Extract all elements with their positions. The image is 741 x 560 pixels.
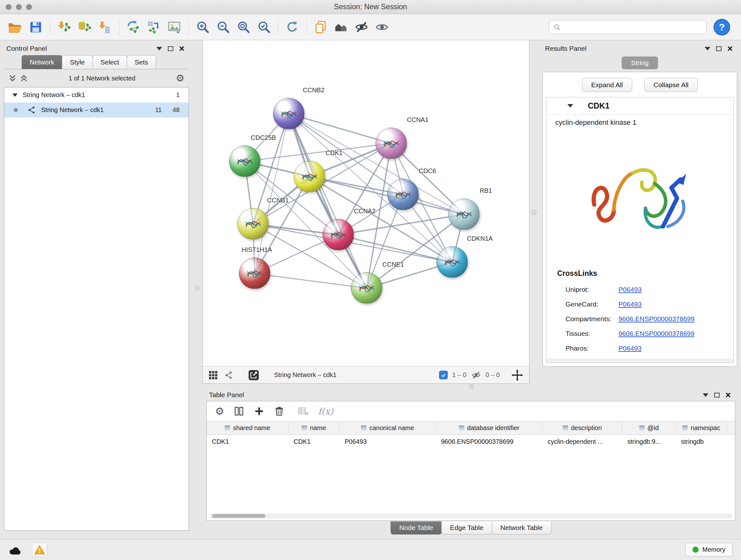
table-cell[interactable]: CDK1 — [207, 435, 288, 448]
network-node-hist1h1a[interactable] — [239, 258, 270, 289]
network-node-ccnb2[interactable] — [273, 98, 305, 129]
import-table-from-file-button[interactable] — [95, 17, 115, 37]
network-node-cdc6[interactable] — [387, 179, 419, 210]
network-node-rb1[interactable] — [448, 199, 480, 230]
network-overview-button[interactable] — [332, 17, 351, 37]
close-panel-icon[interactable]: × — [727, 44, 733, 53]
import-network-from-file-button[interactable] — [55, 17, 74, 37]
search-input[interactable] — [564, 23, 702, 30]
network-node-ccna2[interactable] — [323, 219, 354, 250]
table-cell[interactable]: cyclin-dependent ... — [542, 435, 622, 448]
crosslink-link-genecard[interactable]: P06493 — [618, 300, 642, 308]
delete-column-trash-icon[interactable] — [274, 406, 284, 417]
minimize-window-button[interactable] — [16, 4, 22, 10]
open-session-button[interactable] — [6, 17, 25, 37]
table-row[interactable]: CDK1CDK1P064939606.ENSP00000378699cyclin… — [207, 435, 735, 448]
network-node-cdk1[interactable] — [294, 161, 325, 192]
detach-view-icon[interactable] — [248, 369, 259, 381]
table-cell[interactable]: P06493 — [340, 435, 436, 448]
function-builder-icon[interactable]: f(x) — [318, 406, 333, 417]
tab-node-table[interactable]: Node Table — [391, 521, 442, 535]
collapse-all-icon[interactable] — [8, 74, 17, 82]
network-row-selected[interactable]: String Network – cdk1 11 48 — [4, 103, 189, 118]
column-header-database-identifier[interactable]: database identifier — [436, 422, 542, 435]
clone-network-button[interactable] — [144, 17, 163, 37]
hide-selected-button[interactable] — [352, 17, 371, 37]
crosslink-link-pharos[interactable]: P06493 — [618, 345, 642, 352]
float-panel-icon[interactable] — [714, 393, 720, 397]
gear-icon[interactable]: ⚙ — [176, 73, 185, 83]
help-button[interactable]: ? — [714, 19, 730, 36]
string-tab[interactable]: String — [622, 57, 658, 69]
network-node-ccne1[interactable] — [351, 272, 382, 304]
close-panel-icon[interactable]: × — [725, 390, 731, 400]
export-image-button[interactable] — [165, 17, 184, 37]
tab-style[interactable]: Style — [62, 55, 93, 69]
show-all-button[interactable] — [373, 17, 392, 37]
selected-checkbox[interactable] — [439, 371, 448, 379]
collapse-all-button[interactable]: Collapse All — [644, 78, 698, 92]
collapse-panel-icon[interactable] — [704, 47, 711, 51]
column-header-canonical-name[interactable]: canonical name — [340, 422, 436, 435]
zoom-selected-button[interactable] — [254, 17, 273, 37]
memory-button[interactable]: Memory — [685, 543, 733, 557]
collapse-panel-icon[interactable] — [156, 47, 162, 51]
table-cell[interactable]: CDK1 — [288, 435, 340, 448]
show-columns-icon[interactable] — [234, 406, 244, 416]
collapse-card-icon[interactable] — [567, 104, 573, 108]
collapse-panel-icon[interactable] — [703, 393, 709, 397]
grid-view-icon[interactable] — [208, 370, 218, 380]
network-node-cdc25b[interactable] — [229, 145, 260, 177]
warning-button[interactable] — [32, 543, 47, 557]
add-column-icon[interactable] — [254, 406, 265, 417]
network-node-ccna1[interactable] — [376, 128, 407, 159]
protein-card-header[interactable]: CDK1 — [546, 98, 733, 115]
close-panel-icon[interactable]: × — [179, 44, 185, 53]
crosslink-link-compartments[interactable]: 9606.ENSP00000378699 — [618, 315, 694, 323]
pan-crosshair-icon[interactable] — [511, 369, 523, 381]
splitter-handle[interactable] — [195, 286, 200, 291]
scrollbar-thumb[interactable] — [212, 514, 266, 518]
network-node-cdkn1a[interactable] — [436, 246, 468, 278]
float-panel-icon[interactable] — [716, 46, 722, 51]
zoom-in-button[interactable] — [193, 17, 212, 37]
column-header-shared-name[interactable]: shared name — [207, 422, 288, 435]
network-canvas[interactable]: CCNB2CCNA1CDC25BCDK1CDC6RB1CCNB1CCNA2CDK… — [203, 40, 529, 366]
network-collection-row[interactable]: String Network – cdk1 1 — [4, 87, 189, 103]
tab-network-table[interactable]: Network Table — [492, 521, 551, 535]
zoom-fit-button[interactable] — [234, 17, 253, 37]
column-header-namespac[interactable]: namespac — [676, 422, 727, 435]
network-node-ccnb1[interactable] — [238, 208, 269, 240]
tab-select[interactable]: Select — [92, 55, 127, 69]
expand-all-button[interactable]: Expand All — [582, 78, 632, 92]
column-header--id[interactable]: @id — [622, 422, 676, 435]
splitter-handle[interactable] — [532, 210, 536, 215]
tab-network[interactable]: Network — [22, 55, 62, 69]
splitter-handle[interactable] — [469, 384, 474, 389]
cloud-icon[interactable] — [8, 544, 22, 555]
close-window-button[interactable] — [6, 4, 11, 10]
card-scrollbar[interactable] — [546, 359, 733, 363]
maximize-window-button[interactable] — [26, 4, 32, 10]
search-box[interactable] — [549, 20, 706, 34]
tab-sets[interactable]: Sets — [127, 55, 156, 69]
share-view-icon[interactable] — [224, 371, 233, 380]
copy-document-button[interactable] — [311, 17, 330, 37]
column-header-description[interactable]: description — [542, 422, 622, 435]
expand-all-icon[interactable] — [20, 74, 28, 82]
apply-layout-button[interactable] — [283, 17, 302, 37]
table-horizontal-scrollbar[interactable] — [209, 513, 732, 518]
column-header-name[interactable]: name — [288, 422, 340, 435]
collection-expand-icon[interactable] — [12, 94, 17, 97]
new-network-from-selection-button[interactable] — [124, 17, 143, 37]
tab-edge-table[interactable]: Edge Table — [441, 521, 492, 535]
table-cell[interactable]: 9606.ENSP00000378699 — [436, 435, 542, 448]
crosslink-link-uniprot[interactable]: P06493 — [618, 286, 642, 294]
import-network-from-database-button[interactable] — [75, 17, 94, 37]
float-panel-icon[interactable] — [168, 46, 173, 51]
crosslink-link-tissues[interactable]: 9606.ENSP00000378699 — [618, 330, 694, 337]
table-cell[interactable]: stringdb — [676, 435, 727, 448]
table-settings-gear-icon[interactable]: ⚙ — [215, 406, 224, 416]
table-cell[interactable]: stringdb:9... — [622, 435, 676, 448]
zoom-out-button[interactable] — [213, 17, 232, 37]
